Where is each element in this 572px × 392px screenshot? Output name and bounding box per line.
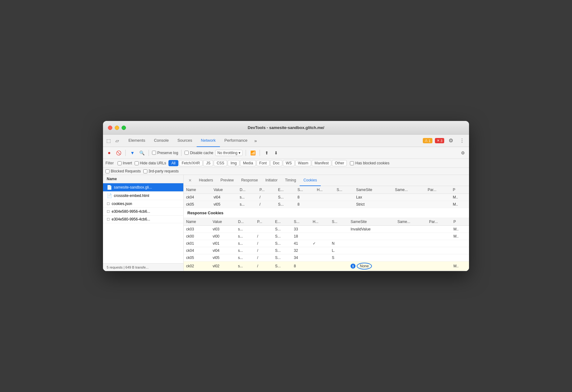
cell-s: 33 — [291, 226, 310, 233]
tab-initiator[interactable]: Initiator — [261, 175, 281, 186]
cell-par — [427, 247, 451, 254]
tab-console[interactable]: Console — [150, 135, 173, 147]
col-e-r: E... — [273, 218, 292, 226]
invert-checkbox[interactable] — [118, 161, 122, 165]
maximize-button[interactable] — [122, 126, 126, 130]
download-icon[interactable]: ⬇ — [272, 149, 280, 157]
wifi-icon[interactable]: 📶 — [249, 149, 257, 157]
hide-data-urls-checkbox[interactable] — [135, 161, 139, 165]
cell-same2 — [395, 233, 427, 240]
cell-samesite: Lax — [354, 194, 392, 201]
file-item-e304a[interactable]: ☐ e304e580-9956-4cb6... — [103, 208, 183, 216]
cell-s: 8 — [295, 201, 315, 208]
filter-type-buttons: All Fetch/XHR JS CSS Img Media Font Doc … — [168, 160, 389, 166]
more-options-icon[interactable]: ⋮ — [458, 137, 467, 144]
cell-p2: M.. — [451, 233, 469, 240]
file-name-crosssite: crosssite-embed.html — [114, 194, 149, 198]
has-blocked-cookies-checkbox[interactable] — [350, 161, 354, 165]
col-name-r: Name — [184, 218, 210, 226]
minimize-button[interactable] — [115, 126, 119, 130]
preserve-log-checkbox[interactable] — [152, 151, 156, 155]
third-party-group[interactable]: 3rd-party requests — [143, 169, 179, 173]
blocked-requests-group[interactable]: Blocked Requests — [105, 169, 141, 173]
filter-btn-other[interactable]: Other — [332, 160, 347, 166]
table-row: ck05 vl05 s... / S... 8 Strict — [184, 201, 469, 208]
filter-btn-fetch[interactable]: Fetch/XHR — [179, 160, 203, 166]
file-item-samesite[interactable]: 📄 samesite-sandbox.gli... — [103, 183, 183, 192]
filter-bar: Filter Invert Hide data URLs All Fetch/X… — [103, 159, 469, 168]
col-s2: S... — [334, 186, 354, 194]
settings-icon[interactable]: ⚙ — [447, 137, 455, 144]
checkbox-icon-e304b: ☐ — [107, 217, 110, 221]
checkbox-icon-cookies: ☐ — [107, 202, 110, 206]
invert-filter-group[interactable]: Invert — [118, 161, 132, 165]
cell-e: S... — [273, 240, 292, 247]
titlebar: DevTools - samesite-sandbox.glitch.me/ — [103, 121, 469, 135]
tab-elements[interactable]: Elements — [124, 135, 150, 147]
tab-cookies[interactable]: Cookies — [300, 175, 320, 186]
tab-response[interactable]: Response — [237, 175, 261, 186]
response-cookies-heading: Response Cookies — [184, 208, 469, 218]
tab-network[interactable]: Network — [197, 135, 220, 147]
hide-data-urls-group[interactable]: Hide data URLs — [135, 161, 166, 165]
response-cookies-table: Name Value D... P... E... S... H... S...… — [184, 218, 469, 271]
tab-preview[interactable]: Preview — [217, 175, 238, 186]
col-s: S... — [295, 186, 315, 194]
has-blocked-cookies-group[interactable]: Has blocked cookies — [350, 161, 389, 165]
warning-icon: ⚠ — [425, 139, 428, 143]
cell-s2 — [334, 194, 354, 201]
cell-same2 — [395, 254, 427, 261]
filter-btn-media[interactable]: Media — [240, 160, 256, 166]
filter-btn-ws[interactable]: WS — [283, 160, 294, 166]
disable-cache-checkbox[interactable] — [185, 151, 189, 155]
third-party-checkbox[interactable] — [143, 169, 147, 173]
device-icon[interactable]: ▱ — [114, 138, 120, 144]
file-item-cookies[interactable]: ☐ cookies.json — [103, 200, 183, 208]
tab-sources[interactable]: Sources — [173, 135, 197, 147]
file-item-crosssite[interactable]: 📄 crosssite-embed.html — [103, 192, 183, 200]
cell-d: s... — [235, 254, 255, 261]
throttle-select[interactable]: No throttling ▾ — [215, 150, 243, 156]
close-detail-button[interactable]: × — [186, 178, 194, 183]
checkbox-icon-e304a: ☐ — [107, 210, 110, 214]
filter-btn-font[interactable]: Font — [257, 160, 270, 166]
blocked-requests-checkbox[interactable] — [105, 169, 109, 173]
filter-btn-js[interactable]: JS — [203, 160, 213, 166]
filter-icon-button[interactable]: ▼ — [129, 149, 136, 157]
filter-btn-manifest[interactable]: Manifest — [312, 160, 331, 166]
preserve-log-checkbox-group[interactable]: Preserve log — [152, 151, 178, 155]
cell-s: 8 — [291, 261, 310, 271]
cell-e: S... — [273, 261, 292, 271]
tab-badges: ⚠ 1 ✕ 3 ⚙ ⋮ — [423, 137, 467, 144]
cell-p: / — [257, 201, 276, 208]
col-value: Value — [211, 186, 237, 194]
network-settings-icon[interactable]: ⚙ — [459, 149, 467, 157]
cursor-icon[interactable]: ⬚ — [105, 138, 112, 144]
filter-btn-wasm[interactable]: Wasm — [295, 160, 311, 166]
cell-h — [310, 254, 329, 261]
more-tabs-button[interactable]: » — [252, 138, 259, 143]
cell-s: 18 — [291, 233, 310, 240]
file-item-e304b[interactable]: ☐ e304e580-9956-4cb6... — [103, 216, 183, 223]
cell-par — [427, 233, 451, 240]
file-list: Name 📄 samesite-sandbox.gli... 📄 crosssi… — [103, 175, 184, 271]
cell-samesite — [348, 247, 395, 254]
filter-btn-css[interactable]: CSS — [214, 160, 227, 166]
filter-btn-img[interactable]: Img — [228, 160, 239, 166]
filter-btn-all[interactable]: All — [168, 160, 178, 166]
tab-timing[interactable]: Timing — [281, 175, 300, 186]
tab-performance[interactable]: Performance — [220, 135, 252, 147]
close-button[interactable] — [108, 126, 112, 130]
tab-headers[interactable]: Headers — [195, 175, 217, 186]
clear-button[interactable]: 🚫 — [115, 149, 122, 157]
record-button[interactable]: ● — [105, 149, 113, 157]
file-icon-crosssite: 📄 — [107, 193, 112, 198]
network-toolbar: ● 🚫 ▼ 🔍 Preserve log Disable cache No th… — [103, 147, 469, 159]
cell-p: / — [255, 261, 273, 271]
col-s2-r: S... — [329, 218, 348, 226]
cell-value: vl00 — [210, 233, 236, 240]
search-button[interactable]: 🔍 — [138, 149, 145, 157]
filter-btn-doc[interactable]: Doc — [270, 160, 282, 166]
disable-cache-checkbox-group[interactable]: Disable cache — [185, 151, 213, 155]
upload-icon[interactable]: ⬆ — [263, 149, 270, 157]
